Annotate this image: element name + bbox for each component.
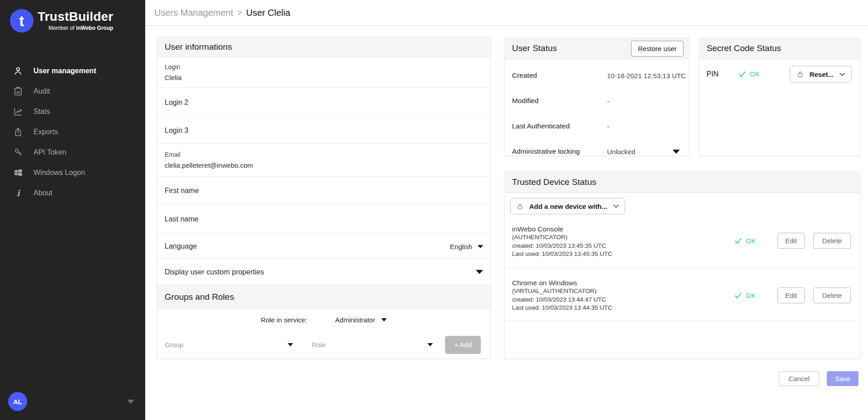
first-name-field[interactable]: First name	[157, 177, 490, 205]
pin-status: OK	[739, 71, 760, 78]
save-button[interactable]: Save	[827, 371, 859, 386]
info-icon: i	[13, 188, 24, 198]
lock-icon	[796, 70, 804, 78]
role-in-service-row: Role in service: Administrator	[157, 309, 490, 330]
email-field[interactable]: Email clelia.pelleteret@inwebo.com	[157, 144, 490, 177]
main-content: User informations Login Clelia Login 2 L…	[145, 26, 868, 420]
role-dropdown-arrow-icon[interactable]	[381, 318, 387, 321]
sidebar-item-user-management[interactable]: User management	[0, 61, 145, 81]
lock-icon	[516, 203, 524, 210]
administrative-locking-row: Administrative locking Unlocked	[505, 139, 689, 164]
sidebar-item-label: User management	[33, 67, 96, 75]
user-status-header: User Status Restore user	[505, 38, 689, 59]
check-icon	[735, 238, 742, 244]
edit-device-button[interactable]: Edit	[778, 233, 805, 249]
login-field[interactable]: Login Clelia	[157, 57, 490, 88]
login3-label: Login 3	[165, 127, 483, 135]
pin-row: PIN OK Reset...	[699, 59, 860, 89]
device-created: created: 10/03/2023 13:44:47 UTC	[512, 296, 612, 304]
device-last-used: Last used: 10/03/2023 13:44:35 UTC	[512, 304, 612, 312]
last-authenticated-value: -	[607, 123, 609, 130]
chevron-down-icon[interactable]	[127, 400, 134, 404]
exports-icon	[13, 127, 24, 137]
email-label: Email	[165, 151, 483, 158]
user-status-card: User Status Restore user Created 10-18-2…	[504, 38, 689, 156]
device-info: inWebo Console (AUTHENTICATOR) created: …	[512, 225, 612, 259]
last-authenticated-row: Last Authenticated -	[505, 113, 689, 139]
user-icon	[13, 66, 24, 76]
delete-device-button[interactable]: Delete	[813, 233, 851, 249]
locking-dropdown-arrow-icon[interactable]	[673, 150, 680, 154]
edit-device-button[interactable]: Edit	[778, 288, 805, 303]
user-informations-title: User informations	[157, 37, 490, 57]
language-select[interactable]: English	[450, 243, 483, 250]
secret-code-status-card: Secret Code Status PIN OK Reset...	[699, 38, 860, 156]
sidebar-item-stats[interactable]: Stats	[0, 101, 145, 122]
topbar: Users Management > User Clelia	[145, 0, 868, 26]
chevron-down-icon	[839, 72, 845, 76]
sidebar-item-exports[interactable]: Exports	[0, 122, 145, 142]
dropdown-arrow-icon	[478, 245, 483, 248]
divider	[505, 321, 860, 321]
key-icon	[13, 147, 24, 158]
group-select[interactable]: Group	[165, 341, 293, 349]
sidebar-item-label: Audit	[33, 87, 50, 95]
role-in-service-value[interactable]: Administrator	[335, 316, 375, 324]
cancel-button[interactable]: Cancel	[779, 371, 819, 386]
login-value[interactable]: Clelia	[165, 74, 483, 81]
divider	[505, 268, 860, 268]
language-row: Language English	[157, 234, 490, 259]
breadcrumb-parent[interactable]: Users Management	[154, 8, 233, 18]
device-row: Chrome on Windows (VIRTUAL_AUTHENTICATOR…	[505, 278, 860, 321]
last-authenticated-label: Last Authenticated	[512, 122, 570, 130]
add-group-role-button[interactable]: + Add	[445, 336, 481, 354]
modified-label: Modified	[512, 97, 539, 105]
delete-device-button[interactable]: Delete	[813, 288, 851, 303]
audit-icon	[13, 86, 24, 97]
login3-field[interactable]: Login 3	[157, 118, 490, 144]
profile-section: AL	[8, 392, 134, 411]
device-row: inWebo Console (AUTHENTICATOR) created: …	[505, 225, 860, 268]
user-informations-card: User informations Login Clelia Login 2 L…	[157, 36, 491, 359]
administrative-locking-value[interactable]: Unlocked	[607, 148, 636, 156]
check-icon	[735, 293, 742, 299]
avatar[interactable]: AL	[8, 392, 27, 411]
device-created: created: 10/03/2023 13:45:35 UTC	[512, 242, 612, 250]
trusted-device-status-title: Trusted Device Status	[505, 172, 860, 193]
brand-name: TrustBuilder	[38, 10, 113, 24]
sidebar-item-label: About	[33, 189, 52, 197]
group-placeholder: Group	[165, 341, 184, 349]
login2-field[interactable]: Login 2	[157, 88, 490, 118]
device-name: Chrome on Windows	[512, 278, 612, 287]
reset-pin-button[interactable]: Reset...	[790, 66, 852, 83]
sidebar-item-api-token[interactable]: API Token	[0, 142, 145, 162]
dropdown-arrow-icon	[427, 343, 433, 346]
sidebar-item-about[interactable]: i About	[0, 183, 145, 203]
group-role-add-row: Group Role + Add	[157, 330, 490, 359]
brand-tagline: Member of inWebo Group	[38, 25, 113, 31]
role-placeholder: Role	[312, 341, 326, 349]
sidebar: t TrustBuilder Member of inWebo Group Us…	[0, 0, 145, 420]
add-new-device-button[interactable]: Add a new device with...	[510, 198, 625, 214]
role-select[interactable]: Role	[312, 341, 433, 349]
device-status: OK	[735, 292, 756, 299]
check-icon	[739, 71, 746, 77]
device-name: inWebo Console	[512, 225, 612, 233]
email-value[interactable]: clelia.pelleteret@inwebo.com	[165, 161, 483, 169]
sidebar-item-label: Stats	[33, 108, 50, 116]
device-status-text: OK	[746, 237, 756, 245]
reset-button-label: Reset...	[810, 71, 834, 78]
last-name-field[interactable]: Last name	[157, 205, 490, 234]
restore-user-button[interactable]: Restore user	[631, 41, 683, 57]
custom-properties-row[interactable]: Display user custom properties	[157, 259, 490, 285]
sidebar-item-windows-logon[interactable]: Windows Logon	[0, 162, 145, 183]
pin-status-text: OK	[750, 71, 760, 78]
custom-properties-label: Display user custom properties	[165, 268, 264, 276]
sidebar-item-audit[interactable]: Audit	[0, 81, 145, 101]
role-in-service-label: Role in service:	[261, 316, 308, 324]
login-label: Login	[165, 63, 483, 71]
created-label: Created	[512, 71, 537, 80]
sidebar-item-label: API Token	[33, 148, 66, 156]
chevron-down-icon	[613, 204, 619, 208]
sidebar-item-label: Exports	[33, 128, 58, 136]
